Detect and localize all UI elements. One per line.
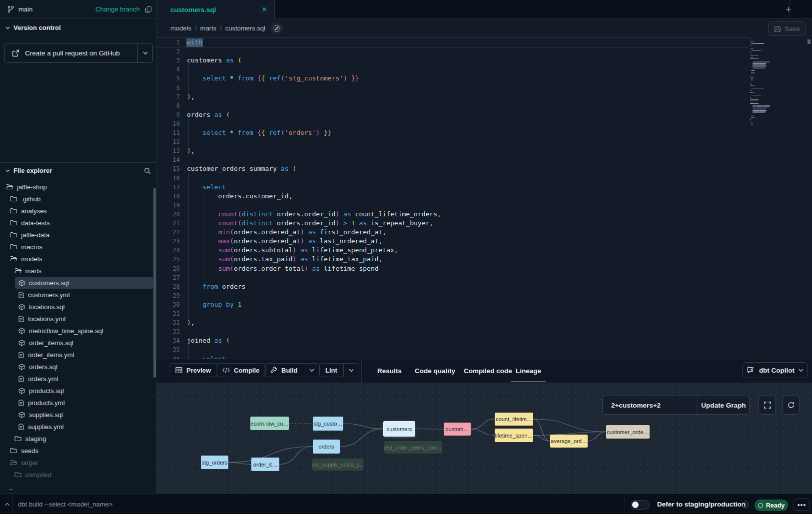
tab-lineage[interactable]: Lineage: [516, 359, 541, 382]
lint-dropdown-chevron[interactable]: [343, 364, 359, 377]
tab-compiled-code[interactable]: Compiled code: [464, 359, 512, 382]
close-icon[interactable]: ✕: [261, 5, 267, 13]
model-cube-icon: [18, 340, 25, 346]
tab-bar: customers.sql ✕ +: [156, 0, 812, 19]
version-control-title: Version control: [13, 24, 61, 31]
file-tree-item[interactable]: order_items.yml: [0, 349, 156, 361]
more-options-button[interactable]: •••: [794, 499, 810, 511]
lint-button[interactable]: Lint: [319, 363, 359, 377]
chevron-down-icon: [799, 369, 804, 372]
tab-results[interactable]: Results: [377, 359, 402, 382]
ready-status-badge[interactable]: Ready: [755, 500, 788, 511]
lineage-node[interactable]: count_lifetim…: [495, 413, 533, 426]
lineage-compass-icon[interactable]: [270, 22, 283, 35]
compile-button[interactable]: Compile: [216, 363, 266, 377]
preview-button[interactable]: Preview: [169, 363, 217, 377]
file-tree-item[interactable]: customers.yml: [0, 289, 156, 301]
lineage-node[interactable]: lifetime_spen…: [495, 429, 533, 442]
breadcrumb-item[interactable]: marts: [200, 24, 217, 32]
file-tree-item[interactable]: models: [0, 253, 156, 265]
file-tree-item[interactable]: supplies.yml: [0, 421, 156, 433]
file-tree-item[interactable]: analyses: [0, 205, 156, 217]
file-tree-item[interactable]: jaffle-shop: [0, 181, 156, 193]
model-cube-icon: [18, 412, 25, 418]
lineage-node[interactable]: test_order_items_com…: [384, 441, 442, 454]
file-explorer-header[interactable]: File explorer: [5, 167, 151, 174]
file-tree-item[interactable]: .github: [0, 193, 156, 205]
file-tree-item[interactable]: data-tests: [0, 217, 156, 229]
lineage-node[interactable]: average_ord…: [550, 435, 588, 448]
file-tree-item[interactable]: customers.sql: [0, 277, 156, 289]
file-tree-item[interactable]: locations.sql: [0, 301, 156, 313]
file-tree-item[interactable]: locations.yml: [0, 313, 156, 325]
tab-code-quality[interactable]: Code quality: [415, 359, 455, 382]
create-pr-button[interactable]: Create a pull request on GitHub: [4, 43, 153, 63]
lineage-node[interactable]: ecom.raw_cu…: [250, 417, 289, 430]
build-button[interactable]: Build: [264, 363, 320, 377]
lineage-node[interactable]: orders: [313, 440, 340, 454]
version-control-header[interactable]: Version control: [5, 24, 150, 31]
build-dropdown-chevron[interactable]: [304, 364, 319, 377]
pr-dropdown-chevron[interactable]: [137, 44, 152, 62]
file-tree-item[interactable]: marts: [0, 265, 156, 277]
file-tree-item[interactable]: products.sql: [0, 385, 156, 397]
file-tree-item[interactable]: target: [0, 457, 156, 469]
wrench-icon: [270, 367, 277, 374]
refresh-button[interactable]: [782, 396, 800, 415]
chevron-down-icon: [5, 26, 10, 29]
file-tree-item[interactable]: jaffle-data: [0, 229, 156, 241]
file-doc-icon: [18, 376, 24, 382]
tab-customers-sql[interactable]: customers.sql ✕: [156, 0, 275, 19]
create-pr-button-main[interactable]: Create a pull request on GitHub: [4, 44, 137, 62]
save-button[interactable]: Save: [768, 21, 806, 36]
search-icon[interactable]: [144, 167, 151, 174]
file-tree-item[interactable]: products.yml: [0, 397, 156, 409]
copy-icon[interactable]: [145, 6, 152, 13]
breadcrumb-item[interactable]: models: [170, 24, 191, 32]
file-tree-item[interactable]: metricflow_time_spine.sql: [0, 325, 156, 337]
model-cube-icon: [18, 280, 25, 286]
code-editor[interactable]: 1234567891011121314151617181920212223242…: [156, 37, 812, 359]
file-tree-item[interactable]: supplies.sql: [0, 409, 156, 421]
file-tree-item[interactable]: orders.yml: [0, 373, 156, 385]
editor-scrollbar[interactable]: [808, 39, 811, 44]
lineage-node[interactable]: test_supply_costs_s…: [312, 459, 363, 471]
file-tree-item[interactable]: seeds: [0, 445, 156, 457]
fullscreen-icon: [764, 402, 771, 409]
help-icon[interactable]: ?: [742, 502, 749, 508]
lineage-node[interactable]: order_it…: [251, 458, 279, 471]
file-tree-item[interactable]: macros: [0, 241, 156, 253]
lineage-node[interactable]: custom…: [444, 423, 471, 436]
breadcrumb-item[interactable]: customers.sql: [225, 24, 265, 32]
file-tree-item[interactable]: staging: [0, 433, 156, 445]
new-tab-button[interactable]: +: [782, 3, 795, 16]
sidebar-scrollbar[interactable]: [153, 188, 156, 378]
file-tree-item[interactable]: order_items.sql: [0, 337, 156, 349]
lineage-panel[interactable]: ecom.raw_cu…stg_custo…stg_ordersorder_it…: [156, 383, 812, 494]
minimap[interactable]: [748, 38, 806, 138]
ready-ring-icon: [758, 503, 763, 508]
tab-title: customers.sql: [170, 6, 216, 13]
lineage-node[interactable]: customer_orde…: [606, 425, 650, 439]
change-branch-link[interactable]: Change branch: [95, 5, 140, 13]
fullscreen-button[interactable]: [759, 396, 776, 415]
lineage-node[interactable]: stg_orders: [201, 456, 228, 469]
lineage-selector-input[interactable]: 2+customers+2: [603, 396, 698, 414]
update-graph-button[interactable]: Update Graph: [698, 396, 749, 414]
code-content[interactable]: withcustomers as ( select * from {{ ref(…: [187, 37, 812, 359]
command-input[interactable]: dbt build --select <model_name>: [18, 494, 112, 514]
model-cube-icon: [18, 328, 25, 334]
lineage-node[interactable]: customers: [384, 422, 415, 436]
file-tree-item[interactable]: compiled: [0, 469, 156, 481]
toolstrip: Preview Compile Build Lint Results Code …: [156, 359, 812, 383]
expand-panel-chevron[interactable]: [4, 494, 10, 514]
file-tree-item[interactable]: orders.sql: [0, 361, 156, 373]
lineage-node[interactable]: stg_custo…: [313, 417, 343, 431]
chevron-down-icon: [349, 369, 354, 372]
chevron-down-icon: [309, 369, 314, 372]
lineage-selector: 2+customers+2 Update Graph: [602, 396, 750, 415]
folder-icon: [10, 196, 17, 202]
defer-toggle[interactable]: [631, 500, 650, 510]
dbt-copilot-button[interactable]: dbt Copilot: [742, 362, 808, 378]
partial-row: [9, 489, 12, 490]
